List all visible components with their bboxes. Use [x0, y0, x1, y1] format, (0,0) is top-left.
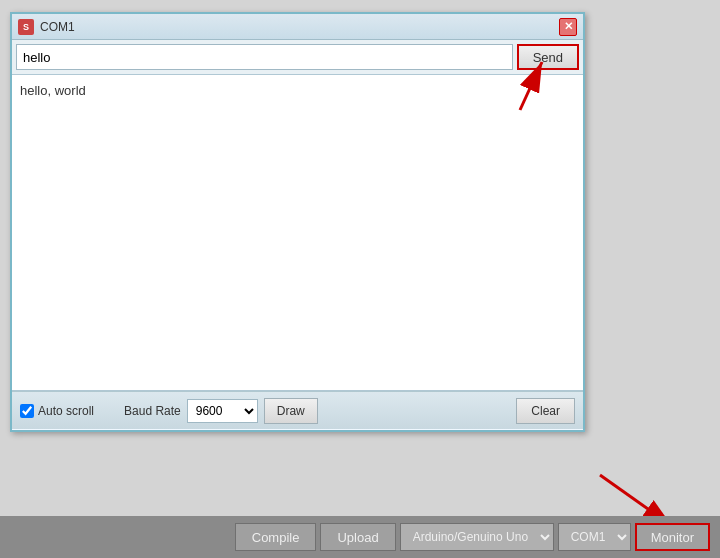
- clear-button[interactable]: Clear: [516, 398, 575, 424]
- monitor-button[interactable]: Monitor: [635, 523, 710, 551]
- upload-button[interactable]: Upload: [320, 523, 395, 551]
- autoscroll-text: Auto scroll: [38, 404, 94, 418]
- output-line: hello, world: [20, 81, 575, 101]
- compile-button[interactable]: Compile: [235, 523, 317, 551]
- bottom-toolbar: Auto scroll Baud Rate 9600 300 1200 2400…: [12, 391, 583, 429]
- close-button[interactable]: ✕: [559, 18, 577, 36]
- output-area: hello, world: [12, 75, 583, 391]
- page-background: S COM1 ✕ Send hello, world Auto scroll B…: [0, 0, 720, 558]
- board-select[interactable]: Arduino/Genuino Uno: [400, 523, 554, 551]
- serial-icon: S: [18, 19, 34, 35]
- send-button[interactable]: Send: [517, 44, 579, 70]
- autoscroll-checkbox[interactable]: [20, 404, 34, 418]
- draw-button[interactable]: Draw: [264, 398, 318, 424]
- autoscroll-label[interactable]: Auto scroll: [20, 404, 94, 418]
- baud-rate-section: Baud Rate 9600 300 1200 2400 4800 19200 …: [124, 398, 318, 424]
- baud-rate-label: Baud Rate: [124, 404, 181, 418]
- input-row: Send: [12, 40, 583, 75]
- port-select[interactable]: COM1: [558, 523, 631, 551]
- status-bar: Compile Upload Arduino/Genuino Uno COM1 …: [0, 516, 720, 558]
- title-bar-left: S COM1: [18, 19, 75, 35]
- title-bar: S COM1 ✕: [12, 14, 583, 40]
- baud-rate-select[interactable]: 9600 300 1200 2400 4800 19200 38400 5760…: [187, 399, 258, 423]
- serial-monitor-window: S COM1 ✕ Send hello, world Auto scroll B…: [10, 12, 585, 432]
- message-input[interactable]: [16, 44, 513, 70]
- window-title: COM1: [40, 20, 75, 34]
